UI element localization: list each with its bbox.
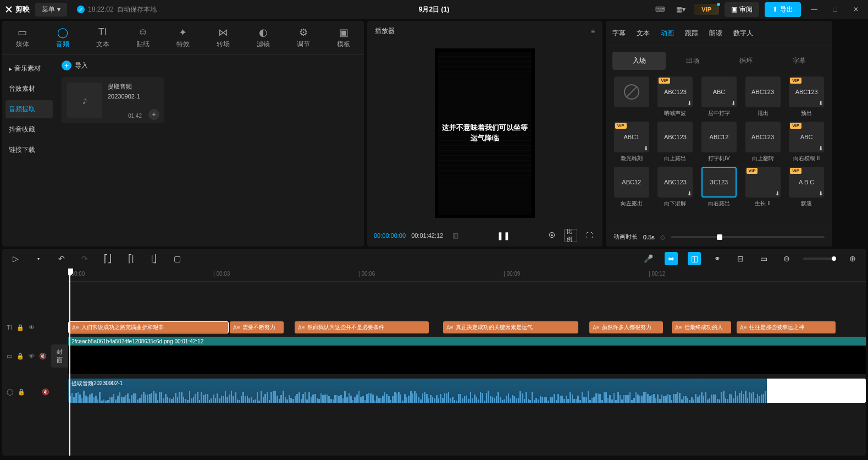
zoom-fit-icon[interactable]: ⊕ <box>846 252 859 265</box>
anim-thumb[interactable]: ABC1VIP⬇ <box>614 122 649 152</box>
video-track-icon[interactable]: ▭ <box>7 353 12 360</box>
top-tab-7[interactable]: ⚙调节 <box>284 24 324 51</box>
anim-thumb[interactable]: VIP⬇ <box>745 167 781 198</box>
mic-icon[interactable]: 🎤 <box>642 252 655 265</box>
duration-slider[interactable] <box>671 236 825 238</box>
compare-icon[interactable]: ▥ <box>449 229 462 242</box>
review-button[interactable]: ▣ 审阅 <box>725 2 759 17</box>
anim-subtab-0[interactable]: 入场 <box>612 52 666 70</box>
fullscreen-icon[interactable]: ⛶ <box>583 229 596 242</box>
audio-track[interactable]: 提取音频20230902-1 <box>68 376 866 407</box>
magnet-icon[interactable]: ⬌ <box>665 252 678 265</box>
video-clip[interactable] <box>68 346 866 374</box>
text-clip[interactable]: A≡然而我认为这些并不是必要条件 <box>295 321 429 333</box>
inspector-tab-4[interactable]: 朗读 <box>709 25 722 41</box>
anim-thumb[interactable]: ABC123VIP⬇ <box>789 76 824 107</box>
anim-thumb[interactable]: ABC12 <box>701 122 737 152</box>
playhead[interactable] <box>69 269 70 456</box>
link-icon[interactable]: ⚭ <box>711 252 724 265</box>
anim-thumb[interactable]: ABC123 <box>745 76 781 107</box>
redo-button[interactable]: ↷ <box>78 252 91 265</box>
export-button[interactable]: ⬆ 导出 <box>765 2 801 17</box>
text-track-icon[interactable]: TI <box>7 324 12 331</box>
anim-thumb[interactable]: 3C123 <box>701 167 737 198</box>
sidebar-item-3[interactable]: 抖音收藏 <box>5 121 53 139</box>
sidebar-item-4[interactable]: 链接下载 <box>5 141 53 159</box>
ratio-button[interactable]: 比例 <box>564 229 577 242</box>
snapshot-icon[interactable]: ⦿ <box>545 229 559 242</box>
player-menu-icon[interactable]: ≡ <box>591 28 595 35</box>
delete-tool[interactable]: ▢ <box>170 252 184 265</box>
eye-icon[interactable]: 👁 <box>29 324 35 331</box>
cover-button[interactable]: 封面 <box>51 344 68 368</box>
top-tab-6[interactable]: ◐滤镜 <box>244 24 284 51</box>
top-tab-5[interactable]: ⋈转场 <box>203 24 244 51</box>
inspector-tab-5[interactable]: 数字人 <box>733 25 753 41</box>
player-viewport[interactable]: 这并不意味着我们可以坐等运气降临 <box>367 41 602 224</box>
lock-icon[interactable]: 🔒 <box>16 353 24 360</box>
anim-thumb[interactable]: ABC123 <box>657 122 693 152</box>
top-tab-1[interactable]: ◯音频 <box>42 24 82 51</box>
inspector-tab-2[interactable]: 动画 <box>661 25 674 41</box>
menu-button[interactable]: 菜单 ▾ <box>35 3 67 17</box>
pause-button[interactable]: ❚❚ <box>497 229 510 242</box>
undo-button[interactable]: ↶ <box>55 252 68 265</box>
top-tab-3[interactable]: ☺贴纸 <box>123 24 163 51</box>
text-track[interactable]: A≡人们常说成功之路充满曲折和艰辛A≡需要不断努力A≡然而我认为这些并不是必要条… <box>68 319 866 336</box>
ruler[interactable]: | 00:00| 00:03| 00:06| 00:09| 00:12 <box>68 269 866 282</box>
maximize-button[interactable]: □ <box>827 3 843 15</box>
anim-thumb[interactable]: ABC123 <box>745 122 781 152</box>
anim-thumb[interactable]: ABCVIP⬇ <box>789 122 824 152</box>
mute-icon[interactable]: 🔇 <box>39 353 47 360</box>
zoom-out-icon[interactable]: ⊖ <box>780 252 793 265</box>
lock-icon[interactable]: 🔒 <box>18 388 25 396</box>
text-clip[interactable]: A≡需要不断努力 <box>230 321 284 333</box>
anim-subtab-1[interactable]: 出场 <box>666 52 719 70</box>
mute-icon[interactable]: 🔇 <box>42 388 49 396</box>
sidebar-item-0[interactable]: ▸ 音乐素材 <box>5 59 53 78</box>
inspector-tab-3[interactable]: 跟踪 <box>685 25 698 41</box>
text-clip[interactable]: A≡往往是那些被幸运之神 <box>737 321 836 333</box>
import-button[interactable]: + 导入 <box>62 61 88 70</box>
audio-clip[interactable]: 提取音频20230902-1 <box>68 379 866 403</box>
text-clip[interactable]: A≡人们常说成功之路充满曲折和艰辛 <box>68 321 229 333</box>
close-button[interactable]: ✕ <box>848 3 864 15</box>
sidebar-item-1[interactable]: 音效素材 <box>5 80 53 98</box>
text-clip[interactable]: A≡但最终成功的人 <box>672 321 731 333</box>
anim-subtab-3[interactable]: 字幕 <box>772 52 826 70</box>
split-left-tool[interactable]: ⎡| <box>124 252 137 265</box>
top-tab-8[interactable]: ▣模板 <box>324 24 364 51</box>
top-tab-2[interactable]: TI文本 <box>82 24 123 51</box>
top-tab-0[interactable]: ▭媒体 <box>2 24 42 51</box>
sidebar-item-2[interactable]: 音频提取 <box>5 100 53 118</box>
top-tab-4[interactable]: ✦特效 <box>163 24 203 51</box>
lock-icon[interactable]: 🔒 <box>16 324 24 331</box>
text-clip[interactable]: A≡虽然许多人都很努力 <box>589 321 663 333</box>
align-icon[interactable]: ⊟ <box>734 252 747 265</box>
audio-track-icon[interactable]: ◯ <box>7 388 13 396</box>
inspector-tab-1[interactable]: 文本 <box>637 25 650 41</box>
anim-thumb[interactable]: A B CVIP⬇ <box>789 167 824 198</box>
keyboard-icon[interactable]: ⌨ <box>652 3 667 15</box>
split-right-tool[interactable]: |⎦ <box>147 252 161 265</box>
vip-button[interactable]: VIP <box>694 4 719 15</box>
stepper-icon[interactable]: ◇ <box>660 233 665 241</box>
media-card[interactable]: ♪ 提取音频 20230902-1 01:42 + <box>62 77 164 123</box>
timeline-body[interactable]: | 00:00| 00:03| 00:06| 00:09| 00:12 A≡人们… <box>68 269 866 456</box>
anim-thumb[interactable]: ABC⬇ <box>701 76 737 107</box>
anim-subtab-2[interactable]: 循环 <box>719 52 772 70</box>
link-preview-icon[interactable]: ◫ <box>688 252 701 265</box>
anim-thumb[interactable] <box>614 76 649 107</box>
anim-thumb[interactable]: ABC123⬇ <box>657 167 693 198</box>
eye-icon[interactable]: 👁 <box>29 353 35 359</box>
anim-thumb[interactable]: ABC123VIP⬇ <box>657 76 693 107</box>
video-track[interactable]: 2fcaacb5a061b4a502dfe1208635c6d.png 00:0… <box>68 336 866 376</box>
inspector-tab-0[interactable]: 字幕 <box>612 25 626 41</box>
text-clip[interactable]: A≡真正决定成功的关键因素是运气 <box>443 321 578 333</box>
add-media-button[interactable]: + <box>148 109 159 120</box>
preview-icon[interactable]: ▭ <box>757 252 770 265</box>
minimize-button[interactable]: — <box>806 3 822 15</box>
pointer-dropdown[interactable]: ▾ <box>32 252 45 265</box>
split-tool[interactable]: ⎡⎦ <box>101 252 114 265</box>
anim-thumb[interactable]: ABC12 <box>614 167 649 198</box>
